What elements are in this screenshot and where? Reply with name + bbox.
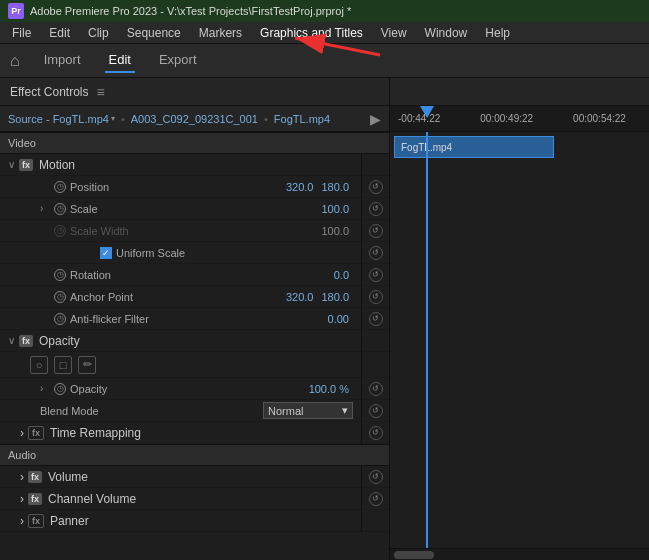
title-text: Adobe Premiere Pro 2023 - V:\xTest Proje… [30,5,351,17]
anchor-x-value[interactable]: 320.0 [286,291,314,303]
rotation-label: Rotation [70,269,330,281]
rotation-value[interactable]: 0.0 [334,269,349,281]
clip-area: FogTL.mp4 [390,132,649,548]
uniform-scale-checkbox[interactable]: ✓ [100,247,112,259]
menu-sequence[interactable]: Sequence [119,24,189,42]
source-chevron-icon: ▾ [111,114,115,123]
menu-file[interactable]: File [4,24,39,42]
effect-controls-panel: Effect Controls ≡ Source - FogTL.mp4 ▾ •… [0,78,390,560]
volume-reset-button[interactable]: ↺ [362,466,389,488]
clip-dropdown[interactable]: A003_C092_09231C_001 [131,113,258,125]
playhead-line [426,132,428,548]
timecode-3: 00:00:54:22 [573,113,626,124]
scale-reset-icon: ↺ [369,202,383,216]
opacity-value[interactable]: 100.0 % [309,383,349,395]
position-y-value[interactable]: 180.0 [321,181,349,193]
main-area: Effect Controls ≡ Source - FogTL.mp4 ▾ •… [0,78,649,560]
fx-badge-channel-volume: fx [28,493,42,505]
timeline-header [390,78,649,106]
time-remapping-chevron-icon[interactable]: › [20,426,24,440]
antiflicker-value[interactable]: 0.00 [328,313,349,325]
panner-row: › fx Panner [0,510,361,532]
menu-clip[interactable]: Clip [80,24,117,42]
reset-buttons-column: ↺ ↺ ↺ ↺ ↺ ↺ [361,154,389,444]
anchor-reset-button[interactable]: ↺ [362,286,389,308]
channel-volume-label: Channel Volume [48,492,136,506]
panel-menu-icon[interactable]: ≡ [96,84,104,100]
rotation-reset-button[interactable]: ↺ [362,264,389,286]
opacity-value-chevron-icon[interactable]: › [40,383,50,394]
source-dropdown[interactable]: Source - FogTL.mp4 ▾ [8,113,115,125]
tab-import[interactable]: Import [40,48,85,73]
blend-mode-value: Normal [268,405,303,417]
menu-markers[interactable]: Markers [191,24,250,42]
rotation-reset-icon: ↺ [369,268,383,282]
menu-bar: File Edit Clip Sequence Markers Graphics… [0,22,649,44]
motion-chevron-icon[interactable]: ∨ [8,159,15,170]
pen-shape-icon[interactable]: ✏ [78,356,96,374]
tab-edit[interactable]: Edit [105,48,135,73]
position-reset-button[interactable]: ↺ [362,176,389,198]
opacity-value-row: › ◷ Opacity 100.0 % [0,378,361,400]
channel-volume-chevron-icon[interactable]: › [20,492,24,506]
opacity-stopwatch-icon[interactable]: ◷ [54,383,66,395]
menu-graphics-titles[interactable]: Graphics and Titles [252,24,371,42]
menu-edit[interactable]: Edit [41,24,78,42]
video-label: Video [8,137,36,149]
home-icon[interactable]: ⌂ [10,52,20,70]
menu-window[interactable]: Window [417,24,476,42]
scale-chevron-icon[interactable]: › [40,203,50,214]
scale-reset-button[interactable]: ↺ [362,198,389,220]
time-remapping-reset-icon: ↺ [369,426,383,440]
source-label: Source - FogTL.mp4 [8,113,109,125]
position-row: › ◷ Position 320.0 180.0 [0,176,361,198]
antiflicker-label: Anti-flicker Filter [70,313,324,325]
anchor-stopwatch-icon[interactable]: ◷ [54,291,66,303]
scale-label: Scale [70,203,317,215]
menu-help[interactable]: Help [477,24,518,42]
blend-mode-dropdown[interactable]: Normal ▾ [263,402,353,419]
timeline-clip[interactable]: FogTL.mp4 [394,136,554,158]
clip-label: FogTL.mp4 [401,142,452,153]
position-x-value[interactable]: 320.0 [286,181,314,193]
scale-stopwatch-icon[interactable]: ◷ [54,203,66,215]
fx-badge-opacity: fx [19,335,33,347]
antiflicker-stopwatch-icon[interactable]: ◷ [54,313,66,325]
rect-shape-icon[interactable]: □ [54,356,72,374]
menu-view[interactable]: View [373,24,415,42]
playhead[interactable] [420,106,434,132]
position-stopwatch-icon[interactable]: ◷ [54,181,66,193]
scale-value[interactable]: 100.0 [321,203,349,215]
playhead-triangle-icon [420,106,434,118]
scale-width-value: 100.0 [321,225,349,237]
anchor-y-value[interactable]: 180.0 [321,291,349,303]
antiflicker-reset-button[interactable]: ↺ [362,308,389,330]
time-remapping-reset-button[interactable]: ↺ [362,422,389,444]
motion-fx-header: ∨ fx Motion [0,154,361,176]
ellipse-shape-icon[interactable]: ○ [30,356,48,374]
clip1-label: A003_C092_09231C_001 [131,113,258,125]
scale-width-label: Scale Width [70,225,317,237]
play-button[interactable]: ▶ [370,111,381,127]
audio-section-header: Audio [0,444,389,466]
opacity-chevron-icon[interactable]: ∨ [8,335,15,346]
timeline-scrollbar[interactable] [390,548,649,560]
scale-width-row: › ◷ Scale Width 100.0 [0,220,361,242]
scale-width-stopwatch-icon[interactable]: ◷ [54,225,66,237]
tab-export[interactable]: Export [155,48,201,73]
audio-label: Audio [8,449,36,461]
blend-reset-button[interactable]: ↺ [362,400,389,422]
scale-width-reset-button[interactable]: ↺ [362,220,389,242]
channel-volume-reset-button[interactable]: ↺ [362,488,389,510]
scale-row: › ◷ Scale 100.0 [0,198,361,220]
timeline-ruler: -00:44:22 00:00:49:22 00:00:54:22 [390,106,649,132]
uniform-scale-reset-button[interactable]: ↺ [362,242,389,264]
panner-chevron-icon[interactable]: › [20,514,24,528]
opacity-reset-button[interactable]: ↺ [362,378,389,400]
volume-chevron-icon[interactable]: › [20,470,24,484]
scroll-thumb[interactable] [394,551,434,559]
audio-group: › fx Volume › fx Channel Volume › fx Pan… [0,466,389,532]
rotation-stopwatch-icon[interactable]: ◷ [54,269,66,281]
source-bar: Source - FogTL.mp4 ▾ • A003_C092_09231C_… [0,106,389,132]
panel-title: Effect Controls [10,85,88,99]
